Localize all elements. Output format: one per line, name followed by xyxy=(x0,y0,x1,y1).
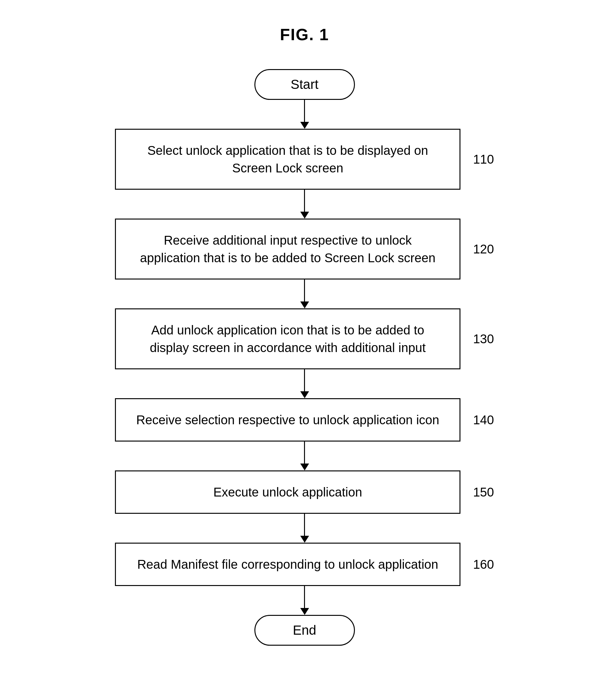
step-150-ref: 150 xyxy=(473,485,494,499)
arrow-6 xyxy=(300,586,309,615)
step-160-box: Read Manifest file corresponding to unlo… xyxy=(115,543,460,586)
step-150-wrapper: Execute unlock application 150 xyxy=(115,470,494,514)
step-150-box: Execute unlock application xyxy=(115,470,460,514)
step-120-wrapper: Receive additional input respective to u… xyxy=(115,218,494,280)
arrow-line xyxy=(304,190,305,212)
flowchart: FIG. 1 Start Select unlock application t… xyxy=(0,25,609,646)
step-110-wrapper: Select unlock application that is to be … xyxy=(115,129,494,190)
step-130-text: Add unlock application icon that is to b… xyxy=(150,323,425,354)
arrow-2 xyxy=(300,280,309,309)
step-160-text: Read Manifest file corresponding to unlo… xyxy=(137,557,438,571)
arrow-head xyxy=(300,391,309,398)
step-120-text: Receive additional input respective to u… xyxy=(140,233,436,265)
arrow-head xyxy=(300,212,309,218)
step-140-box: Receive selection respective to unlock a… xyxy=(115,398,460,441)
step-140-wrapper: Receive selection respective to unlock a… xyxy=(115,398,494,441)
step-150-text: Execute unlock application xyxy=(213,485,362,499)
step-130-wrapper: Add unlock application icon that is to b… xyxy=(115,309,494,369)
arrow-line xyxy=(304,586,305,608)
page-title: FIG. 1 xyxy=(280,25,329,44)
arrow-line xyxy=(304,514,305,536)
step-160-wrapper: Read Manifest file corresponding to unlo… xyxy=(115,543,494,586)
arrow-head xyxy=(300,536,309,543)
step-110-box: Select unlock application that is to be … xyxy=(115,129,460,190)
arrow-line xyxy=(304,280,305,301)
arrow-3 xyxy=(300,369,309,398)
arrow-head xyxy=(300,608,309,615)
step-120-box: Receive additional input respective to u… xyxy=(115,218,460,280)
arrow-line xyxy=(304,369,305,391)
step-120-ref: 120 xyxy=(473,242,494,256)
step-140-ref: 140 xyxy=(473,413,494,427)
arrow-head xyxy=(300,463,309,470)
step-130-ref: 130 xyxy=(473,332,494,346)
step-160-ref: 160 xyxy=(473,557,494,572)
step-110-text: Select unlock application that is to be … xyxy=(147,143,428,175)
arrow-line xyxy=(304,441,305,463)
arrow-0 xyxy=(300,100,309,129)
step-140-text: Receive selection respective to unlock a… xyxy=(136,413,439,427)
arrow-1 xyxy=(300,190,309,218)
arrow-head xyxy=(300,301,309,309)
arrow-5 xyxy=(300,514,309,543)
start-terminal: Start xyxy=(255,69,355,100)
arrow-head xyxy=(300,122,309,129)
end-terminal: End xyxy=(255,615,355,646)
arrow-4 xyxy=(300,441,309,470)
arrow-line xyxy=(304,100,305,122)
step-110-ref: 110 xyxy=(473,152,494,167)
step-130-box: Add unlock application icon that is to b… xyxy=(115,309,460,369)
